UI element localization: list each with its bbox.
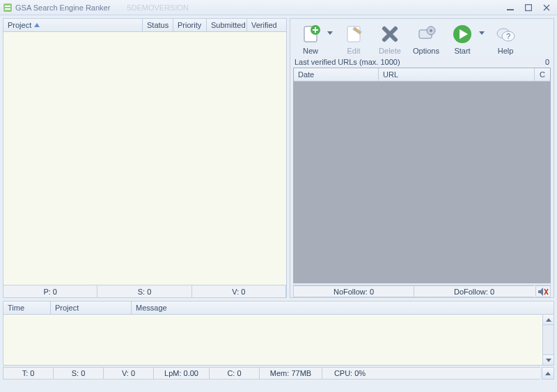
close-button[interactable] bbox=[540, 3, 553, 13]
scroll-up-button[interactable] bbox=[542, 314, 554, 325]
toolbar: New Edit Delete Options bbox=[290, 19, 554, 56]
col-c[interactable]: C bbox=[535, 68, 550, 81]
delete-button[interactable]: Delete bbox=[374, 22, 406, 55]
new-button[interactable]: New bbox=[295, 22, 327, 55]
project-pane: Project Status Priority Submitted Verifi… bbox=[3, 18, 287, 298]
urls-caption: Last verified URLs (max. 1000) bbox=[295, 58, 400, 66]
col-log-project[interactable]: Project bbox=[51, 301, 132, 314]
url-grid-header: Date URL C bbox=[294, 68, 550, 81]
maximize-button[interactable] bbox=[522, 3, 535, 13]
main-split: Project Status Priority Submitted Verifi… bbox=[0, 15, 557, 298]
chevron-down-icon bbox=[546, 359, 551, 362]
col-submitted[interactable]: Submitted bbox=[207, 19, 247, 31]
sb-cpu: CPU: 0% bbox=[322, 367, 377, 379]
right-pane: New Edit Delete Options bbox=[290, 18, 554, 298]
chevron-up-icon bbox=[546, 318, 551, 322]
stat-v: V: 0 bbox=[192, 285, 286, 297]
log-body[interactable] bbox=[3, 315, 554, 365]
new-button-group: New bbox=[295, 22, 334, 55]
col-date[interactable]: Date bbox=[294, 68, 379, 81]
stat-s: S: 0 bbox=[97, 285, 191, 297]
edit-icon bbox=[343, 23, 365, 45]
options-label: Options bbox=[413, 47, 439, 55]
status-collapse-button[interactable] bbox=[542, 367, 554, 379]
svg-rect-3 bbox=[507, 9, 514, 10]
project-stats: P: 0 S: 0 V: 0 bbox=[3, 285, 286, 297]
log-header: Time Project Message bbox=[3, 301, 554, 315]
url-grid-body[interactable] bbox=[294, 81, 550, 283]
help-icon: ? bbox=[494, 23, 517, 45]
col-project[interactable]: Project bbox=[3, 19, 143, 31]
sb-v: V: 0 bbox=[103, 367, 153, 379]
sb-mem: Mem: 77MB bbox=[259, 367, 322, 379]
mute-button[interactable] bbox=[535, 285, 551, 297]
options-icon bbox=[415, 23, 437, 45]
status-bar: T: 0 S: 0 V: 0 LpM: 0.00 C: 0 Mem: 77MB … bbox=[3, 367, 554, 379]
options-button[interactable]: Options bbox=[410, 22, 442, 55]
minimize-button[interactable] bbox=[504, 3, 517, 13]
stat-p: P: 0 bbox=[3, 285, 97, 297]
col-url[interactable]: URL bbox=[379, 68, 535, 81]
app-icon bbox=[3, 3, 13, 13]
edit-button[interactable]: Edit bbox=[338, 22, 370, 55]
delete-icon bbox=[379, 23, 401, 45]
follow-stats: NoFollow: 0 DoFollow: 0 bbox=[293, 285, 551, 297]
svg-text:?: ? bbox=[506, 32, 510, 40]
edit-label: Edit bbox=[347, 47, 361, 55]
log-scrollbar[interactable] bbox=[542, 315, 554, 365]
stat-nofollow: NoFollow: 0 bbox=[293, 285, 414, 297]
start-label: Start bbox=[454, 47, 470, 55]
svg-rect-1 bbox=[5, 6, 10, 7]
svg-point-11 bbox=[430, 29, 432, 32]
svg-rect-2 bbox=[5, 8, 10, 10]
urls-caption-row: Last verified URLs (max. 1000) 0 bbox=[290, 56, 554, 68]
start-button-group: Start bbox=[446, 22, 485, 55]
project-grid-body[interactable] bbox=[3, 32, 286, 285]
sort-asc-icon bbox=[34, 23, 40, 27]
sb-c: C: 0 bbox=[209, 367, 259, 379]
col-verified[interactable]: Verified bbox=[247, 19, 282, 31]
start-dropdown[interactable] bbox=[478, 22, 485, 44]
chevron-up-icon bbox=[545, 372, 551, 375]
start-icon bbox=[451, 23, 473, 45]
log-panel: Time Project Message bbox=[3, 301, 554, 366]
help-label: Help bbox=[498, 47, 514, 55]
col-status[interactable]: Status bbox=[143, 19, 173, 31]
title-bar: GSA Search Engine Ranker 5DEMOVERSION bbox=[0, 0, 557, 15]
col-project-label: Project bbox=[8, 21, 31, 29]
delete-label: Delete bbox=[379, 47, 401, 55]
svg-rect-0 bbox=[3, 3, 12, 12]
urls-count: 0 bbox=[545, 58, 549, 66]
scroll-down-button[interactable] bbox=[542, 354, 554, 366]
sb-spacer bbox=[377, 367, 540, 379]
window-title: GSA Search Engine Ranker bbox=[15, 3, 110, 12]
stat-dofollow: DoFollow: 0 bbox=[414, 285, 534, 297]
new-dropdown[interactable] bbox=[327, 22, 334, 44]
sb-s: S: 0 bbox=[53, 367, 103, 379]
col-priority[interactable]: Priority bbox=[173, 19, 207, 31]
speaker-mute-icon bbox=[538, 287, 549, 297]
new-icon bbox=[299, 23, 322, 45]
start-button[interactable]: Start bbox=[446, 22, 478, 55]
col-time[interactable]: Time bbox=[3, 301, 51, 314]
svg-rect-4 bbox=[526, 4, 532, 10]
sb-lpm: LpM: 0.00 bbox=[153, 367, 209, 379]
url-grid: Date URL C bbox=[293, 68, 551, 283]
col-message[interactable]: Message bbox=[132, 301, 554, 314]
help-button[interactable]: ? Help bbox=[489, 22, 521, 55]
new-label: New bbox=[303, 47, 318, 55]
window-subtitle: 5DEMOVERSION bbox=[127, 3, 189, 12]
project-grid-header: Project Status Priority Submitted Verifi… bbox=[3, 19, 286, 32]
sb-t: T: 0 bbox=[3, 367, 53, 379]
